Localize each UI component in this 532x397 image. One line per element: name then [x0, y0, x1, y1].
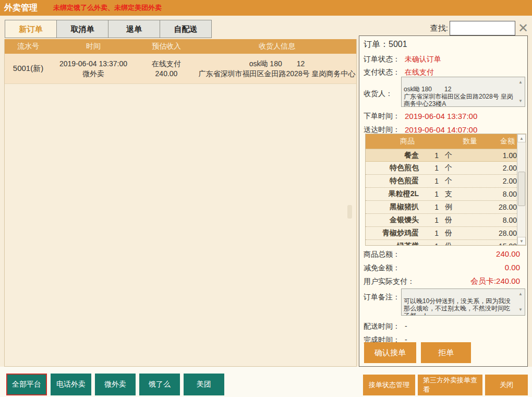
takeout-management-window: 外卖管理 未绑定饿了么外卖、未绑定美团外卖 新订单 取消单 退单 自配送 查找:…	[0, 0, 532, 397]
item-amount: 28.00	[465, 229, 518, 237]
order-filter-tab[interactable]: 自配送	[160, 20, 212, 38]
search-input[interactable]	[450, 21, 515, 35]
scroll-down-icon[interactable]: ▼	[517, 237, 526, 245]
close-icon[interactable]: ✕	[515, 21, 531, 35]
scrollbar-thumb[interactable]	[518, 172, 525, 206]
items-column-name: 商品	[366, 137, 449, 146]
item-unit: 份	[439, 228, 465, 238]
scroll-down-icon[interactable]: ▼	[517, 98, 524, 105]
order-filter-tab[interactable]: 新订单	[5, 20, 57, 38]
platform-button[interactable]: 美团	[184, 374, 224, 395]
item-name: 特色煎包	[366, 163, 423, 173]
item-unit: 份	[439, 242, 465, 246]
platform-button[interactable]: 电话外卖	[51, 374, 91, 395]
order-items-table: 商品 数量 金额 餐盒 1 个 1.00 特色煎包 1	[365, 134, 526, 246]
platform-button[interactable]: 全部平台	[6, 374, 47, 395]
order-filter-tab[interactable]: 取消单	[56, 20, 108, 38]
item-unit: 个	[439, 176, 465, 186]
total-label: 商品总额：	[364, 250, 400, 259]
item-qty: 1	[423, 203, 439, 211]
delivery-time-value: -	[405, 322, 407, 331]
order-time: 2019-06-04 13:37:00	[52, 59, 135, 69]
item-row[interactable]: 绿茶饼 1 份 15.00	[366, 240, 518, 246]
order-list-header: 流水号 时间 预估收入 收货人信息	[5, 39, 356, 54]
item-row[interactable]: 金银馒头 1 份 8.00	[366, 214, 518, 227]
item-amount: 28.00	[465, 203, 518, 211]
remark-text: 可以晚10分钟送到，没关系，因为我没那么饿哈，不过别太晚，不然没时间吃了都- -…	[404, 297, 511, 316]
item-qty: 1	[423, 242, 439, 246]
scroll-up-icon[interactable]: ▲	[517, 79, 524, 86]
order-pay-type: 在线支付	[135, 59, 198, 69]
platform-button[interactable]: 饿了么	[139, 374, 180, 395]
binding-warning-text: 未绑定饿了么外卖、未绑定美团外卖	[53, 3, 162, 13]
bottom-bar: 全部平台 电话外卖 微外卖 饿了么 美团 接单状态管理 第三方外卖接单查看 关闭	[0, 367, 532, 397]
order-row[interactable]: 5001(新) 2019-06-04 13:37:00 微外卖 在线支付 240…	[5, 54, 356, 84]
item-row[interactable]: 黑椒猪扒 1 例 28.00	[366, 201, 518, 214]
item-row[interactable]: 果粒橙2L 1 支 8.00	[366, 188, 518, 201]
item-amount: 8.00	[465, 216, 518, 224]
scroll-up-icon[interactable]: ▲	[517, 291, 524, 298]
third-party-orders-button[interactable]: 第三方外卖接单查看	[418, 375, 482, 395]
order-receiver-name: osk呦 180 12	[198, 59, 356, 69]
item-unit: 支	[439, 189, 465, 199]
receiver-textbox[interactable]: osk呦 180 12 广东省深圳市福田区金田路2028号 皇岗商务中心23楼A…	[401, 77, 525, 107]
order-time-label: 下单时间：	[364, 112, 405, 121]
search-area: 查找: ✕	[430, 21, 531, 35]
order-source: 微外卖	[52, 69, 135, 79]
paid-value: 会员卡:240.00	[470, 276, 520, 286]
item-qty: 1	[423, 216, 439, 224]
tab-bar: 新订单 取消单 退单 自配送	[5, 20, 212, 38]
items-column-qty: 数量	[449, 137, 491, 146]
item-name: 金银馒头	[366, 215, 423, 225]
search-label: 查找:	[430, 23, 448, 33]
column-serial: 流水号	[5, 42, 52, 51]
item-unit: 个	[439, 163, 465, 173]
close-button[interactable]: 关闭	[485, 375, 528, 395]
column-time: 时间	[52, 42, 135, 51]
order-filter-tab[interactable]: 退单	[108, 20, 160, 38]
item-amount: 2.00	[465, 164, 518, 172]
reject-order-button[interactable]: 拒单	[421, 342, 471, 363]
scroll-down-icon[interactable]: ▼	[517, 306, 524, 314]
scroll-up-icon[interactable]: ▲	[517, 134, 526, 142]
order-status-value: 未确认订单	[405, 55, 441, 64]
items-header: 商品 数量 金额	[366, 134, 518, 149]
accept-status-manage-button[interactable]: 接单状态管理	[363, 375, 415, 395]
panel-splitter-handle[interactable]	[347, 205, 352, 219]
item-qty: 1	[423, 177, 439, 185]
column-income: 预估收入	[135, 42, 198, 51]
platform-filter-buttons: 全部平台 电话外卖 微外卖 饿了么 美团	[6, 374, 224, 395]
items-scrollbar[interactable]: ▲ ▼	[517, 134, 526, 245]
item-row[interactable]: 特色煎蛋 1 个 2.00	[366, 175, 518, 188]
item-name: 青椒炒鸡蛋	[366, 228, 423, 238]
item-row[interactable]: 餐盒 1 个 1.00	[366, 149, 518, 162]
platform-button[interactable]: 微外卖	[95, 374, 136, 395]
item-name: 绿茶饼	[366, 242, 423, 246]
order-detail-panel: 订单：5001 订单状态： 未确认订单 支付状态： 在线支付 收货人： osk呦…	[359, 35, 528, 367]
receiver-label: 收货人：	[364, 89, 405, 99]
title-bar: 外卖管理 未绑定饿了么外卖、未绑定美团外卖	[0, 0, 532, 16]
remark-label: 订单备注：	[364, 293, 405, 302]
pay-status-value: 在线支付	[405, 68, 434, 77]
item-qty: 1	[423, 229, 439, 237]
items-column-amount: 金额	[491, 137, 518, 146]
confirm-accept-button[interactable]: 确认接单	[364, 342, 416, 363]
pay-status-label: 支付状态：	[364, 68, 405, 77]
item-qty: 1	[423, 190, 439, 198]
item-name: 果粒橙2L	[366, 189, 423, 199]
detail-order-label: 订单：	[364, 40, 389, 49]
item-row[interactable]: 青椒炒鸡蛋 1 份 28.00	[366, 227, 518, 240]
item-amount: 1.00	[465, 151, 518, 160]
discount-label: 减免金额：	[364, 263, 400, 273]
order-list-body: 5001(新) 2019-06-04 13:37:00 微外卖 在线支付 240…	[5, 54, 356, 84]
item-amount: 15.00	[465, 242, 518, 246]
item-amount: 2.00	[465, 177, 518, 185]
footer-buttons: 接单状态管理 第三方外卖接单查看 关闭	[363, 375, 528, 395]
item-unit: 例	[439, 202, 465, 212]
item-name: 特色煎蛋	[366, 176, 423, 186]
column-receiver: 收货人信息	[198, 42, 356, 51]
item-row[interactable]: 特色煎包 1 个 2.00	[366, 162, 518, 175]
total-value: 240.00	[496, 249, 520, 258]
order-serial: 5001(新)	[5, 64, 52, 74]
remark-textbox[interactable]: 可以晚10分钟送到，没关系，因为我没那么饿哈，不过别太晚，不然没时间吃了都- -…	[401, 288, 525, 316]
